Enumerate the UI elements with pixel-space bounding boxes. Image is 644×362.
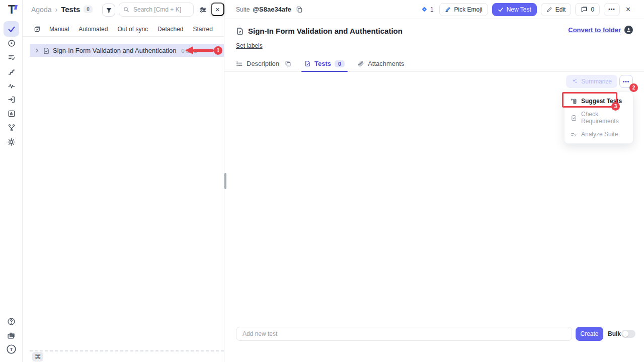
chevron-right-icon[interactable] — [34, 48, 40, 53]
ellipsis-icon: ••• — [608, 7, 615, 12]
breadcrumb: Agoda › Tests 0 — [31, 5, 93, 14]
tree-panel-topbar: Agoda › Tests 0 × — [23, 0, 224, 21]
gear-icon — [7, 138, 16, 146]
rail-item-projects[interactable] — [4, 328, 19, 342]
ellipsis-icon: ••• — [623, 79, 630, 84]
tree-filter-tabs: Manual Automated Out of sync Detached St… — [23, 22, 224, 37]
jira-link-indicator[interactable]: 1 — [421, 6, 434, 13]
rail-item-settings[interactable] — [4, 135, 19, 149]
menu-item-check-requirements[interactable]: Check Requirements — [565, 108, 633, 128]
analyze-icon — [571, 131, 577, 138]
diamond-count: 1 — [430, 6, 434, 13]
summarize-label: Summarize — [581, 78, 612, 85]
command-shortcut-key[interactable]: ⌘ — [32, 352, 43, 361]
copy-suite-id-button[interactable] — [296, 6, 303, 13]
suite-doc-icon — [236, 27, 244, 35]
copy-description-icon[interactable] — [285, 60, 291, 67]
suite-header: Suite @S8ae34afe 1 Pick Emoji New Test — [224, 0, 644, 19]
tab-automated[interactable]: Automated — [78, 26, 108, 33]
check-icon — [8, 25, 16, 33]
check-icon — [498, 7, 504, 13]
bulk-toggle[interactable] — [621, 330, 635, 338]
rail-item-pulse[interactable] — [4, 79, 19, 93]
suite-tabs: Description Tests 0 Attachments — [224, 56, 644, 72]
more-actions-button[interactable]: ••• — [604, 3, 620, 16]
doc-check-icon — [304, 60, 311, 67]
set-labels-link[interactable]: Set labels — [236, 42, 263, 49]
convert-to-folder-wrap: Convert to folder — [568, 26, 633, 34]
filter-button[interactable] — [102, 4, 115, 17]
tree-suite-title: Sign-In Form Validation and Authenticati… — [53, 47, 176, 54]
suite-header-actions: 1 Pick Emoji New Test Edit 0 — [421, 3, 632, 16]
add-new-test-input[interactable] — [236, 327, 572, 341]
suite-doc-icon — [43, 47, 50, 54]
annotation-badge-2: 2 — [629, 83, 638, 92]
pick-emoji-button[interactable]: Pick Emoji — [439, 3, 488, 16]
annotation-arrow-shaft — [193, 49, 214, 52]
chat-bubble-icon — [581, 6, 588, 13]
tab-manual[interactable]: Manual — [49, 26, 69, 33]
assignee-avatar[interactable] — [624, 26, 633, 34]
tab-detached[interactable]: Detached — [157, 26, 183, 33]
create-button[interactable]: Create — [576, 327, 603, 341]
ai-actions-group: Summarize ••• — [566, 75, 633, 88]
breadcrumb-section[interactable]: Tests — [61, 5, 80, 14]
suite-type-label: Suite — [236, 6, 250, 13]
emoji-pen-icon — [445, 6, 451, 13]
tab-out-of-sync[interactable]: Out of sync — [117, 26, 148, 33]
paperclip-icon — [358, 60, 364, 67]
suite-id: @S8ae34afe — [253, 6, 291, 13]
menu-item-analyze-suite[interactable]: Analyze Suite — [565, 128, 633, 141]
select-all-icon[interactable] — [34, 26, 41, 33]
rail-item-runs[interactable] — [4, 36, 19, 50]
adjustments-icon[interactable] — [199, 6, 207, 14]
tab-starred[interactable]: Starred — [193, 26, 212, 33]
panel-resize-handle[interactable] — [224, 173, 226, 189]
rail-item-help[interactable] — [4, 314, 19, 328]
new-test-label: New Test — [507, 6, 531, 13]
bar-chart-icon — [8, 110, 16, 118]
rail-item-reports[interactable] — [4, 107, 19, 121]
rail-item-plans[interactable] — [4, 50, 19, 64]
tab-tests[interactable]: Tests 0 — [304, 56, 345, 71]
summarize-button[interactable]: Summarize — [566, 75, 617, 88]
app-logo-icon[interactable]: T — [5, 3, 18, 16]
edit-label: Edit — [555, 6, 566, 13]
annotation-badge-1: 1 — [214, 46, 222, 55]
comments-button[interactable]: 0 — [575, 3, 600, 16]
clipboard-check-icon — [571, 115, 577, 121]
suite-detail-panel: Suite @S8ae34afe 1 Pick Emoji New Test — [224, 0, 644, 362]
search-icon — [123, 7, 129, 13]
suite-title: Sign-In Form Validation and Authenticati… — [248, 27, 403, 35]
annotation-arrow-icon — [185, 46, 193, 54]
sparkles-icon — [572, 78, 578, 85]
icon-rail: T — [0, 0, 23, 362]
funnel-icon — [106, 7, 112, 14]
tab-description[interactable]: Description — [236, 56, 291, 71]
breadcrumb-project[interactable]: Agoda — [31, 6, 51, 14]
rail-item-branches[interactable] — [4, 121, 19, 135]
rail-item-import[interactable] — [4, 93, 19, 107]
rail-item-profile[interactable]: T — [4, 342, 19, 356]
stairs-icon — [8, 68, 16, 76]
branch-icon — [8, 124, 16, 132]
search-box[interactable] — [119, 3, 194, 17]
new-test-button[interactable]: New Test — [492, 3, 537, 16]
collapse-panel-button[interactable]: × — [211, 3, 224, 16]
tab-attachments[interactable]: Attachments — [358, 56, 404, 71]
tests-tree-panel: Agoda › Tests 0 × Manual Automated Out o… — [23, 0, 224, 362]
help-icon — [7, 317, 16, 326]
close-icon: × — [215, 5, 220, 14]
rail-item-steps[interactable] — [4, 65, 19, 79]
comments-count: 0 — [591, 6, 594, 13]
bulk-label: Bulk — [608, 330, 621, 337]
command-icon: ⌘ — [35, 353, 41, 360]
list-icon — [236, 60, 243, 67]
rail-item-tests[interactable] — [4, 21, 19, 37]
pick-emoji-label: Pick Emoji — [454, 6, 482, 13]
convert-to-folder-link[interactable]: Convert to folder — [568, 26, 621, 34]
close-suite-button[interactable]: × — [624, 5, 632, 14]
search-input[interactable] — [132, 6, 189, 14]
edit-button[interactable]: Edit — [541, 3, 572, 16]
menu-item-label: Check Requirements — [581, 111, 627, 125]
